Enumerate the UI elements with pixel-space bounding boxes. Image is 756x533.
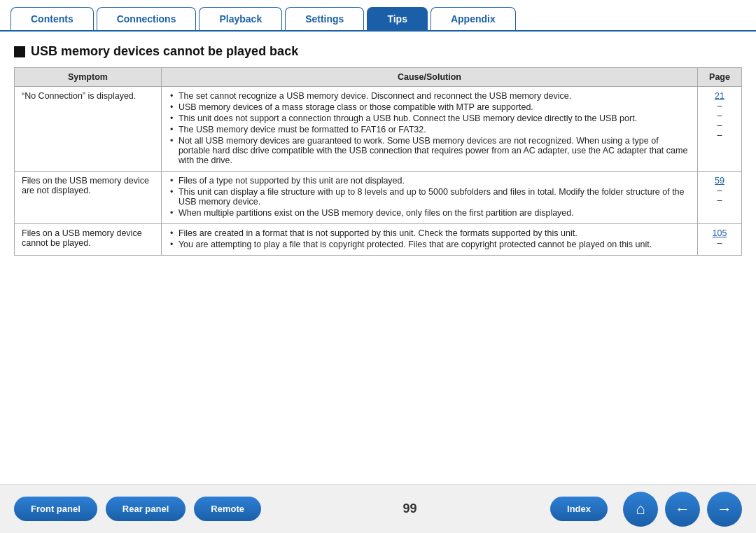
rear-panel-button[interactable]: Rear panel xyxy=(106,497,186,521)
cause-2: Files of a type not supported by this un… xyxy=(161,172,697,224)
title-square-icon xyxy=(14,46,25,57)
list-item: Files are created in a format that is no… xyxy=(169,228,690,238)
tab-contents[interactable]: Contents xyxy=(10,7,94,30)
symptom-1: “No Connection” is displayed. xyxy=(15,87,162,172)
back-icon: ← xyxy=(675,500,690,518)
main-content: USB memory devices cannot be played back… xyxy=(0,32,756,263)
table-row: Files on a USB memory device cannot be p… xyxy=(15,224,742,256)
home-icon: ⌂ xyxy=(636,500,645,518)
symptom-2: Files on the USB memory device are not d… xyxy=(15,172,162,224)
bottom-right-section: Index ⌂ ← → xyxy=(550,492,742,527)
list-item: Files of a type not supported by this un… xyxy=(169,176,690,186)
tab-settings[interactable]: Settings xyxy=(285,7,364,30)
front-panel-button[interactable]: Front panel xyxy=(14,497,97,521)
list-item: This unit does not support a connection … xyxy=(169,113,690,123)
list-item: The set cannot recognize a USB memory de… xyxy=(169,91,690,101)
page-link-21[interactable]: 21 xyxy=(715,91,724,101)
tab-appendix[interactable]: Appendix xyxy=(430,7,516,30)
forward-icon: → xyxy=(717,500,732,518)
cause-list-1: The set cannot recognize a USB memory de… xyxy=(169,91,690,165)
bottom-left-buttons: Front panel Rear panel Remote xyxy=(14,497,270,521)
bottom-bar: Front panel Rear panel Remote 99 Index ⌂… xyxy=(0,484,756,533)
page-number: 99 xyxy=(270,501,550,516)
page-ref-1: 21–––– xyxy=(698,87,742,172)
home-button[interactable]: ⌂ xyxy=(623,492,658,527)
back-button[interactable]: ← xyxy=(665,492,700,527)
table-row: “No Connection” is displayed. The set ca… xyxy=(15,87,742,172)
page-title: USB memory devices cannot be played back xyxy=(14,44,742,59)
list-item: Not all USB memory devices are guarantee… xyxy=(169,136,690,165)
bottom-center: 99 xyxy=(270,501,550,516)
usb-table: Symptom Cause/Solution Page “No Connecti… xyxy=(14,67,742,256)
remote-button[interactable]: Remote xyxy=(194,497,261,521)
tab-playback[interactable]: Playback xyxy=(199,7,282,30)
cause-list-2: Files of a type not supported by this un… xyxy=(169,176,690,218)
cause-3: Files are created in a format that is no… xyxy=(161,224,697,256)
list-item: You are attempting to play a file that i… xyxy=(169,240,690,249)
page-link-105[interactable]: 105 xyxy=(713,228,727,238)
tab-connections[interactable]: Connections xyxy=(97,7,197,30)
list-item: USB memory devices of a mass storage cla… xyxy=(169,102,690,112)
cause-1: The set cannot recognize a USB memory de… xyxy=(161,87,697,172)
table-row: Files on the USB memory device are not d… xyxy=(15,172,742,224)
top-navigation: Contents Connections Playback Settings T… xyxy=(0,0,756,32)
col-header-page: Page xyxy=(698,68,742,87)
page-link-59[interactable]: 59 xyxy=(715,176,724,186)
cause-list-3: Files are created in a format that is no… xyxy=(169,228,690,249)
col-header-symptom: Symptom xyxy=(15,68,162,87)
list-item: When multiple partitions exist on the US… xyxy=(169,208,690,218)
list-item: This unit can display a file structure w… xyxy=(169,187,690,207)
list-item: The USB memory device must be formatted … xyxy=(169,125,690,134)
symptom-3: Files on a USB memory device cannot be p… xyxy=(15,224,162,256)
tab-tips[interactable]: Tips xyxy=(367,7,428,30)
col-header-cause: Cause/Solution xyxy=(161,68,697,87)
page-ref-3: 105– xyxy=(698,224,742,256)
forward-button[interactable]: → xyxy=(707,492,742,527)
page-ref-2: 59–– xyxy=(698,172,742,224)
index-button[interactable]: Index xyxy=(550,497,608,521)
